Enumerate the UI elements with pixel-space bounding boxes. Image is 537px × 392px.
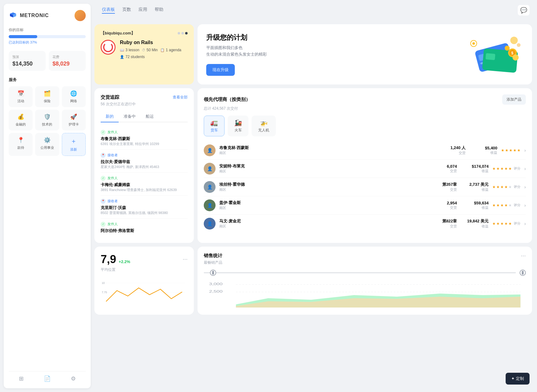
- cat-tab-drone[interactable]: 🚁 无人机: [252, 116, 276, 136]
- dealer-row-3: 👤 盖伊·霍金斯 南区 2,954 交货 $59,634 收益 ★★★★★: [204, 196, 526, 215]
- service-name-utility: 公用事业: [40, 145, 54, 150]
- service-finance[interactable]: 💰 金融的: [9, 110, 33, 130]
- cat-tab-truck[interactable]: 🚛 货车: [204, 116, 225, 136]
- row-1: 【biqubiqu.com】 Ruby on Rails: [94, 24, 532, 84]
- avatar: [75, 10, 86, 21]
- tracking-title: 交货追踪: [101, 94, 119, 100]
- service-utility[interactable]: ⚙️ 公用事业: [35, 133, 59, 156]
- dealer-rev-lbl-0: 收益: [469, 150, 497, 155]
- svg-point-10: [512, 54, 519, 61]
- service-insurance[interactable]: 🗂️ 保险: [35, 86, 59, 107]
- sales-area-chart: 3,000 2,500: [204, 280, 526, 304]
- nav-links: 仪表板 页数 应用 帮助: [102, 7, 163, 14]
- custom-button[interactable]: ✦ 定制: [506, 373, 530, 385]
- progress-text: 已达到目标的 37%: [9, 40, 86, 45]
- course-dots: [178, 32, 188, 34]
- dealer-arrow-4[interactable]: ›: [524, 221, 526, 226]
- utility-icon: ⚙️: [44, 137, 51, 144]
- service-activity[interactable]: 📅 活动: [9, 86, 33, 107]
- hospitality-icon: 📍: [17, 137, 24, 144]
- upgrade-visual: $: [467, 34, 523, 75]
- tab-preparing[interactable]: 准备中: [119, 111, 141, 122]
- row-2: 交货追踪 查看全部 56 次交付正在进行中 新的 准备中 船运 ✓ 发件人 布鲁…: [94, 88, 532, 243]
- document-icon[interactable]: 📄: [44, 375, 51, 382]
- svg-point-11: [505, 46, 510, 51]
- svg-point-0: [510, 37, 518, 44]
- dealer-name-4: 马文·麦金尼: [219, 218, 431, 224]
- dealer-info-2: 埃丝特·霍华德 南区: [219, 182, 431, 192]
- slider-handle-right[interactable]: [520, 270, 526, 276]
- service-network[interactable]: 🌐 网络: [62, 86, 86, 107]
- goal-section: 你的目标 已达到目标的 37%: [9, 27, 86, 45]
- stats-label: 平均位置: [101, 267, 188, 272]
- expense-card: 花费 $8,029: [49, 51, 86, 71]
- service-tech[interactable]: 🛡️ 技术的: [35, 110, 59, 130]
- dealer-arrow-2[interactable]: ›: [524, 185, 526, 189]
- nav-apps[interactable]: 应用: [139, 7, 147, 14]
- nav-dashboard[interactable]: 仪表板: [102, 7, 115, 14]
- dealer-stat-4: 第822章 交货: [435, 218, 457, 229]
- cat-tab-train[interactable]: 🚂 火车: [228, 116, 248, 136]
- sidebar: METRONIC 你的目标 已达到目标的 37% 预算 $14,350 花费 $…: [4, 4, 91, 388]
- svg-rect-6: [485, 53, 495, 60]
- slider-track[interactable]: [204, 272, 516, 273]
- logo-icon: [9, 11, 17, 20]
- nav-pages[interactable]: 页数: [122, 7, 131, 14]
- tracking-name-1: 拉尔夫·爱德华兹: [101, 159, 188, 165]
- tracking-name-4: 阿尔伯特·弗洛雷斯: [101, 228, 188, 234]
- nav-help[interactable]: 帮助: [155, 7, 163, 14]
- dealer-arrow-1[interactable]: ›: [524, 166, 526, 171]
- tracking-name-2: 卡梅伦·威廉姆森: [101, 182, 188, 188]
- dealer-rev-val-0: $5,400: [469, 146, 497, 150]
- dealer-name-3: 盖伊·霍金斯: [219, 200, 431, 206]
- service-name-activity: 活动: [17, 99, 24, 103]
- stats-trend: +2.2%: [119, 259, 130, 264]
- sales-menu[interactable]: ⋯: [521, 253, 526, 259]
- dealer-arrow-3[interactable]: ›: [524, 203, 526, 208]
- dealer-rev-val-4: 19,842 美元: [461, 218, 489, 224]
- dealer-arrow-0[interactable]: ›: [524, 148, 526, 153]
- upgrade-button[interactable]: 现在升级: [206, 64, 235, 76]
- settings-icon[interactable]: ⚙: [71, 375, 76, 382]
- goal-label: 你的目标: [9, 27, 86, 33]
- tracking-circle-0: ✓: [101, 130, 106, 135]
- tab-new[interactable]: 新的: [101, 111, 119, 122]
- service-care[interactable]: 🚀 护理卡: [62, 110, 86, 130]
- tracking-tabs: 新的 准备中 船运: [101, 111, 188, 122]
- dealer-info-3: 盖伊·霍金斯 南区: [219, 200, 431, 210]
- chat-icon[interactable]: 💬: [518, 5, 530, 16]
- tab-shipping[interactable]: 船运: [141, 111, 159, 122]
- tracking-item-1: 📍 接收者 拉尔夫·爱德华兹 星家大道2464号 梅萨, 新泽西州 45463: [101, 150, 188, 173]
- course-body: Ruby on Rails 📖 3 lesson ⏱ 50 Min: [101, 40, 188, 59]
- tracking-circle-4: ✓: [101, 222, 106, 227]
- dealer-stat-val-2: 第357章: [435, 182, 457, 187]
- tracking-view-all[interactable]: 查看全部: [173, 95, 188, 100]
- dealer-revenue-3: $59,634 收益: [461, 201, 489, 210]
- dealer-region-3: 南区: [219, 206, 431, 210]
- lessons-text: 3 lesson: [125, 48, 139, 52]
- slider-handle-left[interactable]: [210, 270, 216, 276]
- dealer-stat-lbl-2: 交货: [435, 187, 457, 192]
- budget-label: 预算: [12, 55, 42, 59]
- sales-header: 销售统计 ⋯: [204, 253, 526, 259]
- dealer-rating-1: ★★★★★ 评分: [492, 166, 521, 171]
- dealer-stat-2: 第357章 交货: [435, 182, 457, 192]
- dealers-header: 领先代理商（按类别） 添加产品: [204, 94, 526, 105]
- tracking-circle-2: ✓: [101, 176, 106, 181]
- ruby-rails-logo: [103, 42, 113, 52]
- stats-menu[interactable]: ⋯: [183, 256, 188, 262]
- add-product-button[interactable]: 添加产品: [502, 94, 526, 105]
- tracking-item-4: ✓ 发件人 阿尔伯特·弗洛雷斯: [101, 219, 188, 237]
- layers-icon[interactable]: ⊞: [19, 375, 24, 382]
- dealer-rating-0: ★ ★ ★ ★ ★: [501, 148, 521, 153]
- budget-value: $14,350: [12, 61, 42, 67]
- dealer-info-1: 安妮特·布莱克 南区: [219, 163, 431, 174]
- sidebar-footer: ⊞ 📄 ⚙: [9, 371, 86, 382]
- dealer-rev-val-1: $174,074: [461, 164, 489, 169]
- dealer-stat-val-1: 6,074: [435, 164, 457, 169]
- tracking-circle-1: 📍: [101, 153, 106, 158]
- service-add-new[interactable]: ＋ 添新: [62, 133, 86, 156]
- service-hospitality[interactable]: 📍 款待: [9, 133, 33, 156]
- duration-text: 50 Min: [147, 48, 158, 52]
- rating-label-2: 评分: [514, 185, 521, 189]
